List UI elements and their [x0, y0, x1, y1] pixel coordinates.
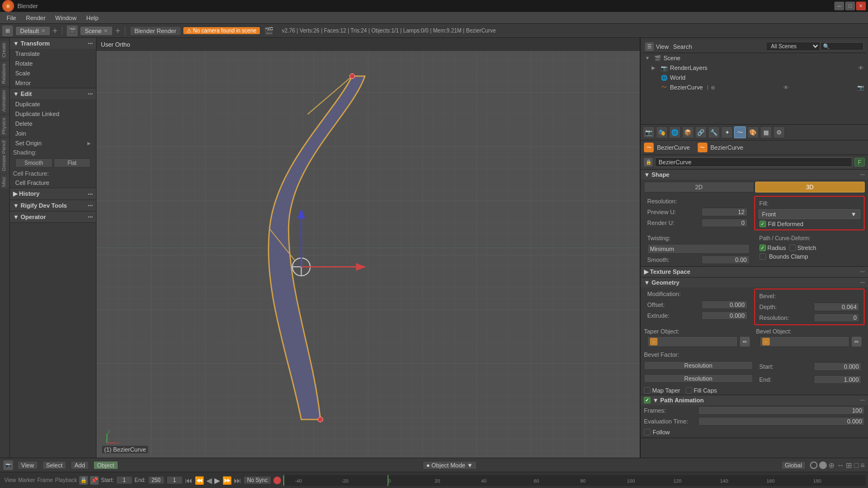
jump-end-button[interactable]: ⏭ [234, 476, 241, 485]
frames-value[interactable]: 100 [698, 406, 865, 415]
scene-tree-item[interactable]: ▼ 🎬 Scene [643, 53, 866, 63]
step-back-button[interactable]: ⏪ [195, 476, 204, 485]
transform-header[interactable]: ▼ Transform ··· [10, 38, 96, 49]
prop-data-icon[interactable]: 〜 [734, 126, 746, 138]
object-button[interactable]: Object [93, 461, 118, 470]
prop-physics-icon[interactable]: ⚙ [773, 126, 785, 138]
prop-render-layers-icon[interactable]: 🎭 [656, 126, 668, 138]
side-tab-create[interactable]: Create [1, 41, 9, 60]
viewport-icon-5[interactable]: ≡ [860, 461, 865, 470]
history-header[interactable]: ▶ History ··· [10, 188, 96, 200]
operator-header[interactable]: ▼ Operator ··· [10, 211, 96, 222]
extrude-value[interactable]: 0.000 [701, 311, 748, 320]
resolution2-label[interactable]: Resolution [644, 361, 753, 370]
rigify-header[interactable]: ▼ Rigify Dev Tools ··· [10, 200, 96, 211]
delete-item[interactable]: Delete [10, 119, 96, 129]
menu-window[interactable]: Window [51, 14, 81, 22]
prop-texture-icon[interactable]: ▦ [760, 126, 772, 138]
bevel-edit-button[interactable]: ✏ [852, 337, 861, 346]
prop-object-icon[interactable]: 📦 [682, 126, 694, 138]
menu-file[interactable]: File [2, 14, 21, 22]
props-name-input[interactable] [655, 157, 852, 167]
all-scenes-select[interactable]: All Scenes [766, 42, 820, 51]
scale-item[interactable]: Scale [10, 68, 96, 78]
bevel-picker[interactable]: ○ [760, 336, 850, 347]
start-value[interactable]: 1 [116, 476, 132, 484]
translate-item[interactable]: Translate [10, 49, 96, 59]
mode-selector[interactable]: ● Object Mode ▼ [423, 461, 477, 470]
timeline-view-label[interactable]: View [4, 477, 16, 483]
outliner-view-menu[interactable]: View [654, 43, 671, 50]
timeline-frame-label[interactable]: Frame [37, 477, 53, 483]
world-item[interactable]: 🌐 World [643, 73, 866, 82]
maximize-button[interactable]: □ [845, 2, 855, 10]
timeline-playback-label[interactable]: Playback [55, 477, 78, 483]
prop-material-icon[interactable]: 🎨 [747, 126, 759, 138]
join-item[interactable]: Join [10, 129, 96, 138]
path-animation-header[interactable]: ✓ ▼ Path Animation ··· [641, 395, 868, 405]
texture-space-header[interactable]: ▶ Texture Space ··· [641, 267, 868, 277]
view-button[interactable]: View [17, 461, 38, 470]
taper-picker[interactable]: ○ [647, 336, 738, 347]
end-value[interactable]: 1.000 [814, 375, 862, 384]
cell-fracture-item[interactable]: Cell Fracture [10, 178, 96, 188]
side-tab-relations[interactable]: Relations [1, 61, 9, 86]
fill-dropdown[interactable]: Front ▼ [758, 209, 861, 219]
prop-render-icon[interactable]: 📷 [643, 126, 655, 138]
scene-tab[interactable]: Scene ✕ [80, 26, 113, 36]
rotate-item[interactable]: Rotate [10, 59, 96, 68]
bezier-curve-item[interactable]: 〜 BezierCurve | ⊕ 👁 📷 [643, 82, 866, 92]
resolution-geom-value[interactable]: 0 [814, 313, 860, 322]
minimum-value[interactable]: Minimum [647, 244, 750, 254]
end-value[interactable]: 250 [148, 476, 164, 484]
bounds-clamp-checkbox[interactable] [760, 253, 766, 260]
smooth-button[interactable]: Smooth [15, 158, 53, 168]
bezier-render-icon[interactable]: 📷 [857, 85, 864, 91]
mirror-item[interactable]: Mirror [10, 78, 96, 88]
no-sync-button[interactable]: No Sync [244, 476, 272, 484]
fill-deformed-checkbox[interactable]: ✓ [760, 221, 766, 227]
timeline-track[interactable]: -40 -20 0 20 40 60 80 100 120 140 160 18… [283, 475, 866, 486]
duplicate-linked-item[interactable]: Duplicate Linked [10, 109, 96, 119]
fill-caps-checkbox[interactable] [686, 387, 692, 394]
render-layers-item[interactable]: ▶ 📷 RenderLayers 👁 [643, 63, 866, 73]
prop-world-icon[interactable]: 🌐 [669, 126, 681, 138]
add-button[interactable]: Add [71, 461, 89, 470]
flat-button[interactable]: Flat [54, 158, 91, 168]
step-forward-button[interactable]: ⏩ [222, 476, 232, 485]
outliner-search-input[interactable] [820, 42, 864, 50]
side-tab-grease-pencil[interactable]: Grease Pencil [1, 138, 9, 174]
props-lock-icon[interactable]: 🔒 [644, 158, 653, 166]
shape-2d-button[interactable]: 2D [644, 182, 754, 192]
viewport-icon-4[interactable]: □ [854, 461, 858, 470]
workspace-tab-default[interactable]: Default ✕ [15, 26, 50, 36]
viewport-icon-3[interactable]: ⊞ [846, 461, 852, 470]
play-button[interactable]: ▶ [214, 476, 220, 485]
duplicate-item[interactable]: Duplicate [10, 99, 96, 109]
outliner-search-menu[interactable]: Search [671, 43, 694, 50]
geometry-section-header[interactable]: ▼ Geometry ··· [641, 278, 868, 287]
render-u-value[interactable]: 0 [701, 219, 748, 227]
set-origin-item[interactable]: Set Origin [10, 138, 96, 148]
jump-start-button[interactable]: ⏮ [185, 476, 193, 485]
follow-checkbox[interactable] [644, 429, 650, 435]
viewport[interactable]: User Ortho [97, 38, 640, 458]
minimize-button[interactable]: ─ [834, 2, 844, 10]
shape-section-header[interactable]: ▼ Shape ··· [641, 170, 868, 179]
taper-edit-button[interactable]: ✏ [740, 337, 750, 346]
record-button[interactable] [273, 477, 281, 484]
renderer-tab[interactable]: Blender Render [130, 26, 181, 36]
radius-checkbox[interactable]: ✓ [760, 245, 766, 251]
map-taper-checkbox[interactable] [644, 387, 650, 394]
close-button[interactable]: ✕ [856, 2, 866, 10]
select-button[interactable]: Select [42, 461, 67, 470]
smooth-value[interactable]: 0.00 [701, 255, 750, 264]
preview-u-value[interactable]: 12 [701, 208, 748, 216]
depth-value[interactable]: 0.064 [814, 303, 860, 311]
current-frame-value[interactable]: 1 [167, 476, 183, 484]
edit-header[interactable]: ▼ Edit ··· [10, 88, 96, 99]
prop-modifiers-icon[interactable]: 🔧 [708, 126, 720, 138]
eval-time-value[interactable]: 0.000 [698, 417, 865, 426]
menu-render[interactable]: Render [22, 14, 50, 22]
side-tab-misc[interactable]: Misc [1, 175, 9, 189]
